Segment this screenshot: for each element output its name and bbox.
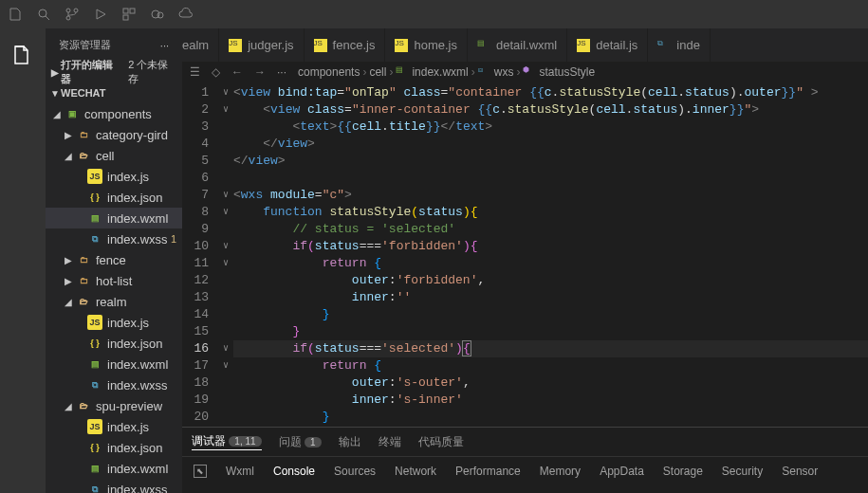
tree-item[interactable]: JSindex.js (46, 312, 182, 333)
tree-item[interactable]: ▶🗀fence (46, 249, 182, 270)
list-icon[interactable]: ☰ (190, 65, 200, 79)
file-tree: ◢▣components▶🗀category-gird◢🗁cellJSindex… (46, 103, 182, 493)
breadcrumb-row: ☰ ◇ ← → ··· components›cell›▤index.wxml›… (182, 62, 868, 82)
tree-item[interactable]: ⧉index.wxss (46, 479, 182, 493)
more-icon[interactable]: ··· (160, 40, 169, 51)
fold-column[interactable]: ∨∨∨∨∨∨∨∨ (218, 82, 233, 427)
code-lines[interactable]: <view bind:tap="onTap" class="container … (233, 82, 868, 427)
more-dots: ··· (277, 65, 286, 79)
svg-marker-5 (97, 9, 105, 19)
search-icon[interactable] (36, 7, 51, 22)
files-icon[interactable] (8, 7, 23, 22)
line-gutter: 123456789101112131415161718192021222324 (182, 82, 218, 427)
svg-point-2 (66, 9, 70, 12)
tree-item[interactable]: ▤index.wxml (46, 458, 182, 479)
tree-item[interactable]: ◢🗁realm (46, 291, 182, 312)
editor-tab[interactable]: ▤detail.wxml (468, 28, 567, 62)
bookmark-icon[interactable]: ◇ (212, 65, 220, 79)
devtools-tab[interactable]: Sources (334, 465, 376, 478)
tree-item[interactable]: ▤index.wxml (46, 354, 182, 374)
editor-tab[interactable]: JShome.js (385, 28, 468, 62)
code-editor[interactable]: 123456789101112131415161718192021222324 … (182, 82, 868, 427)
title-bar (0, 0, 868, 28)
sidebar-title: 资源管理器 (59, 38, 111, 52)
editor-tab[interactable]: JSfence.js (305, 28, 386, 62)
devtools-tab[interactable]: AppData (600, 465, 644, 478)
bottom-panel: 调试器 1, 11问题 1输出终端代码质量 ⬉ WxmlConsoleSourc… (182, 427, 868, 493)
panel-tab[interactable]: 输出 (339, 434, 361, 450)
panel-tabs: 调试器 1, 11问题 1输出终端代码质量 (182, 428, 868, 456)
sidebar-header: 资源管理器 ··· (46, 28, 182, 62)
tree-item[interactable]: JSindex.js (46, 166, 182, 187)
svg-rect-8 (123, 15, 128, 20)
editor-tab[interactable]: JSjudger.js (219, 28, 304, 62)
branch-icon[interactable] (65, 7, 80, 22)
tree-item[interactable]: ◢🗁cell (46, 145, 182, 166)
cloud-icon[interactable] (178, 7, 194, 22)
svg-line-1 (46, 16, 49, 20)
tree-item[interactable]: { }index.json (46, 333, 182, 354)
devtools-tabs: ⬉ WxmlConsoleSourcesNetworkPerformanceMe… (182, 456, 868, 484)
devtools-tab[interactable]: Memory (540, 465, 581, 478)
devtools-tab[interactable]: Performance (455, 465, 521, 478)
tree-item[interactable]: ▶🗀category-gird (46, 124, 182, 145)
extensions-icon[interactable] (121, 7, 137, 22)
debug-icon[interactable] (93, 7, 108, 22)
editor-tab[interactable]: ⧉inde (648, 28, 711, 62)
sidebar: 资源管理器 ··· ▶ 打开的编辑器 2 个未保存 ▼ WECHAT ◢▣com… (46, 28, 182, 493)
tree-item[interactable]: ◢▣components (46, 103, 182, 124)
devtools-tab[interactable]: Sensor (782, 465, 818, 478)
open-editors-section[interactable]: ▶ 打开的编辑器 2 个未保存 (46, 62, 182, 82)
wechat-icon[interactable] (150, 7, 165, 22)
explorer-icon[interactable] (0, 36, 46, 74)
devtools-tab[interactable]: Wxml (226, 465, 254, 478)
tree-item[interactable]: { }index.json (46, 187, 182, 208)
devtools-tab[interactable]: Console (273, 465, 315, 478)
tree-item[interactable]: ⧉index.wxss1 (46, 228, 182, 249)
project-section[interactable]: ▼ WECHAT (46, 82, 182, 103)
devtools-tab[interactable]: Storage (663, 465, 703, 478)
forward-icon[interactable]: → (254, 65, 266, 79)
editor-area: ealmJSjudger.jsJSfence.jsJShome.js▤detai… (182, 28, 868, 493)
svg-rect-6 (123, 9, 128, 13)
svg-point-4 (74, 9, 78, 12)
svg-point-3 (66, 16, 70, 20)
back-icon[interactable]: ← (231, 65, 243, 79)
svg-rect-7 (130, 9, 135, 13)
editor-tab[interactable]: JSdetail.js (567, 28, 648, 62)
tree-item[interactable]: JSindex.js (46, 416, 182, 437)
tree-item[interactable]: ▶🗀hot-list (46, 270, 182, 291)
tree-item[interactable]: { }index.json (46, 437, 182, 458)
tree-item[interactable]: ⧉index.wxss (46, 374, 182, 395)
panel-tab[interactable]: 代码质量 (418, 434, 464, 450)
tree-item[interactable]: ▤index.wxml (46, 208, 182, 228)
tree-item[interactable]: ◢🗁spu-preview (46, 395, 182, 416)
activity-bar (0, 28, 46, 493)
svg-point-0 (39, 9, 46, 17)
panel-tab[interactable]: 终端 (379, 434, 401, 450)
panel-tab[interactable]: 问题 1 (279, 434, 322, 450)
breadcrumb[interactable]: components›cell›▤index.wxml›⧈wxs›⬢status… (298, 65, 595, 79)
devtools-tab[interactable]: Network (395, 465, 436, 478)
editor-tab[interactable]: ealm (182, 28, 219, 62)
inspect-icon[interactable]: ⬉ (194, 465, 207, 478)
devtools-tab[interactable]: Security (722, 465, 763, 478)
svg-point-10 (157, 12, 163, 18)
editor-tabs: ealmJSjudger.jsJSfence.jsJShome.js▤detai… (182, 28, 868, 62)
panel-tab[interactable]: 调试器 1, 11 (192, 433, 262, 450)
